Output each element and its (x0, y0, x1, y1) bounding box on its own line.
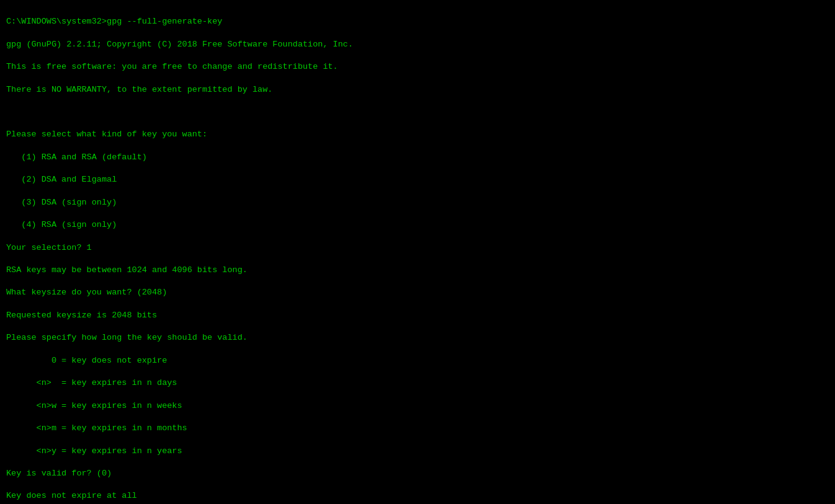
valid-n: <n> = key expires in n days (6, 378, 177, 387)
key-not-expire: Key does not expire at all (6, 491, 137, 500)
selection-answer: Your selection? 1 (6, 243, 92, 252)
gpg-version: gpg (GnuPG) 2.2.11; Copyright (C) 2018 F… (6, 40, 353, 49)
no-warranty: There is NO WARRANTY, to the extent perm… (6, 85, 272, 94)
free-software: This is free software: you are free to c… (6, 62, 338, 71)
prompt-line: C:\WINDOWS\system32>gpg --full-generate-… (6, 17, 222, 26)
rsa-bits-info: RSA keys may be between 1024 and 4096 bi… (6, 265, 248, 275)
valid-nm: <n>m = key expires in n months (6, 423, 187, 433)
select-key-prompt: Please select what kind of key you want: (6, 130, 207, 139)
option-1: (1) RSA and RSA (default) (6, 153, 147, 162)
terminal: C:\WINDOWS\system32>gpg --full-generate-… (6, 5, 829, 504)
option-4: (4) RSA (sign only) (6, 220, 117, 229)
valid-0: 0 = key does not expire (6, 356, 167, 365)
key-valid-for: Key is valid for? (0) (6, 469, 112, 478)
valid-nw: <n>w = key expires in n weeks (6, 401, 182, 410)
option-2: (2) DSA and Elgamal (6, 175, 117, 184)
requested-keysize: Requested keysize is 2048 bits (6, 311, 157, 320)
valid-ny: <n>y = key expires in n years (6, 446, 182, 456)
option-3: (3) DSA (sign only) (6, 198, 117, 207)
keysize-prompt: What keysize do you want? (2048) (6, 288, 167, 297)
key-valid-prompt: Please specify how long the key should b… (6, 333, 248, 342)
